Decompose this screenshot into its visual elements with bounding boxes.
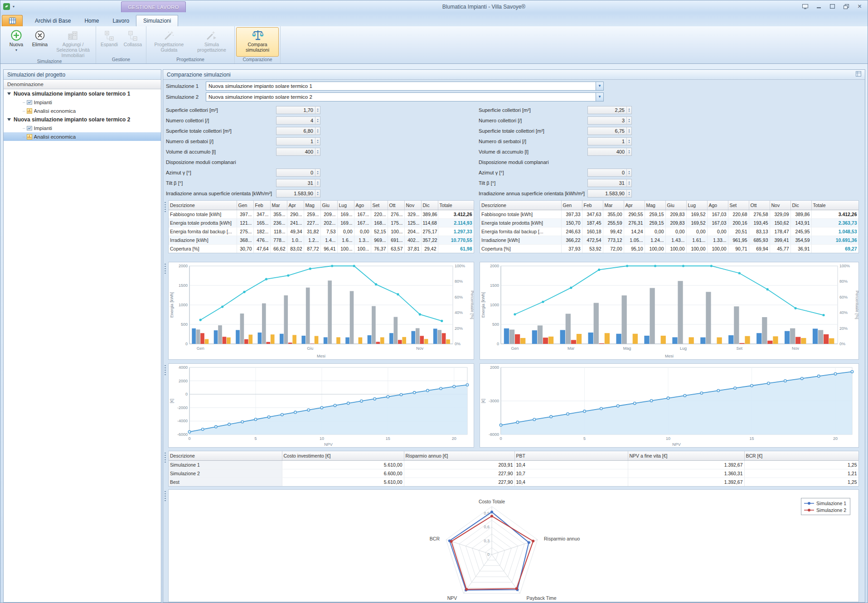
compara-simulazioni-button[interactable]: Compara simulazioni: [236, 27, 279, 57]
spinner-icons[interactable]: ▲▼: [315, 148, 320, 155]
spinner-icons[interactable]: ▲▼: [315, 169, 320, 176]
column-header-nov[interactable]: Nov: [770, 201, 790, 210]
screen-mode-icon[interactable]: [799, 2, 811, 10]
tree-item-analisi-economica[interactable]: ‒Analisi economica: [4, 106, 161, 115]
column-header-risparmio-annuo[interactable]: Risparmio annuo [€]: [404, 451, 514, 460]
splitter-grip[interactable]: [165, 453, 166, 463]
table-row[interactable]: Best5.610,00227,9010,41.392,671,25: [169, 478, 858, 486]
column-header-gen[interactable]: Gen: [561, 201, 582, 210]
column-header-apr[interactable]: Apr: [287, 201, 304, 210]
nuova-button[interactable]: Nuova▼: [5, 27, 28, 58]
column-header-totale[interactable]: Totale: [438, 201, 474, 210]
column-header-feb[interactable]: Feb: [253, 201, 270, 210]
param-field-sim2-numero-collettori[interactable]: 3▲▼: [587, 116, 632, 125]
param-field-sim1-irradiazione-annua-superficie-orientata-kwh-m[interactable]: 1.583,90▲▼: [276, 189, 320, 198]
column-header-ott[interactable]: Ott: [388, 201, 404, 210]
spinner-icons[interactable]: ▲▼: [315, 127, 320, 135]
spinner-icons[interactable]: ▲▼: [626, 106, 631, 114]
table-row[interactable]: Copertura [%]37,9353,9272,0095,10100,001…: [480, 244, 858, 253]
column-header-lug[interactable]: Lug: [686, 201, 707, 210]
maximize-button[interactable]: [826, 2, 839, 10]
column-header-set[interactable]: Set: [371, 201, 388, 210]
application-menu-button[interactable]: [2, 15, 23, 26]
column-header-ago[interactable]: Ago: [707, 201, 728, 210]
param-field-sim2-numero-di-serbatoi[interactable]: 1▲▼: [587, 137, 632, 145]
expander-icon[interactable]: [7, 118, 11, 121]
table-row[interactable]: Fabbisogno totale [kWh]397...347...355..…: [169, 210, 474, 218]
param-field-sim1-volume-di-accumulo-l[interactable]: 400▲▼: [276, 148, 320, 156]
table-row[interactable]: Fabbisogno totale [kWh]397,33347,63355,0…: [480, 210, 858, 218]
param-field-sim1-numero-di-serbatoi[interactable]: 1▲▼: [276, 137, 320, 145]
column-header-descrizione[interactable]: Descrizione: [169, 451, 282, 460]
expander-icon[interactable]: [7, 92, 11, 95]
splitter-grip[interactable]: [165, 264, 166, 275]
tree-node-nuova-simulazione-impianto-solare-termico-2[interactable]: Nuova simulazione impianto solare termic…: [4, 115, 161, 124]
panel-options-icon[interactable]: [856, 71, 861, 78]
column-header-ago[interactable]: Ago: [354, 201, 371, 210]
chevron-down-icon[interactable]: ▼: [596, 82, 603, 90]
column-header-gen[interactable]: Gen: [237, 201, 253, 210]
column-header-nov[interactable]: Nov: [404, 201, 421, 210]
column-header-mag[interactable]: Mag: [304, 201, 320, 210]
elimina-button[interactable]: Elimina: [28, 27, 52, 58]
table-row[interactable]: Energia totale prodotta [kWh]150,70187,4…: [480, 218, 858, 227]
splitter-grip[interactable]: [165, 491, 166, 502]
column-header-apr[interactable]: Apr: [624, 201, 645, 210]
tab-simulazioni[interactable]: Simulazioni: [136, 15, 178, 26]
table-row[interactable]: Simulazione 15.610,00203,9110,41.392,671…: [169, 460, 858, 469]
param-field-sim1-azimut[interactable]: 0▲▼: [276, 169, 320, 177]
tab-home[interactable]: Home: [78, 15, 106, 26]
param-field-sim2-tilt[interactable]: 31▲▼: [587, 179, 632, 187]
table-row[interactable]: Energia totale prodotta [kWh]121...165..…: [169, 218, 474, 227]
tree-item-analisi-economica[interactable]: ‒Analisi economica: [4, 132, 161, 141]
param-field-sim2-irradiazione-annua-superficie-orientata-kwh-m[interactable]: 1.583,90▲▼: [587, 189, 632, 198]
restore-button[interactable]: [840, 2, 852, 10]
spinner-icons[interactable]: ▲▼: [626, 190, 631, 197]
table-row[interactable]: Copertura [%]30,7047,6466,6283,0287,7296…: [169, 244, 474, 253]
splitter-grip[interactable]: [165, 202, 166, 213]
column-header-mar[interactable]: Mar: [270, 201, 287, 210]
spinner-icons[interactable]: ▲▼: [626, 127, 631, 135]
param-field-sim1-tilt[interactable]: 31▲▼: [276, 179, 320, 187]
tab-archivi-di-base[interactable]: Archivi di Base: [28, 15, 78, 26]
table-row[interactable]: Irradiazione [kWh]368...476...778...1.0.…: [169, 236, 474, 244]
table-row[interactable]: Energia fornita dal backup [...275...182…: [169, 227, 474, 236]
column-header-giu[interactable]: Giu: [665, 201, 686, 210]
spinner-icons[interactable]: ▲▼: [626, 169, 631, 176]
column-header-dic[interactable]: Dic: [421, 201, 438, 210]
param-field-sim2-superficie-totale-collettori-m[interactable]: 6,75▲▼: [587, 127, 632, 135]
quick-access-dropdown-icon[interactable]: ▾: [13, 5, 15, 9]
simulation-1-combobox[interactable]: Nuova simulazione impianto solare termic…: [206, 82, 604, 91]
table-row[interactable]: Irradiazione [kWh]366,22472,54773,121.05…: [480, 236, 858, 244]
spinner-icons[interactable]: ▲▼: [315, 117, 320, 124]
column-header-denominazione[interactable]: Denominazione: [4, 80, 161, 89]
param-field-sim2-azimut[interactable]: 0▲▼: [587, 169, 632, 177]
column-header-bcr[interactable]: BCR [€]: [744, 451, 858, 460]
spinner-icons[interactable]: ▲▼: [626, 148, 631, 155]
column-header-giu[interactable]: Giu: [320, 201, 337, 210]
column-header-mar[interactable]: Mar: [603, 201, 624, 210]
column-header-costo-investimento[interactable]: Costo investimento [€]: [282, 451, 404, 460]
column-header-feb[interactable]: Feb: [582, 201, 603, 210]
close-button[interactable]: ✕: [853, 2, 866, 10]
param-field-sim1-superficie-collettori-m[interactable]: 1,70▲▼: [276, 106, 320, 114]
column-header-dic[interactable]: Dic: [790, 201, 811, 210]
tree-node-nuova-simulazione-impianto-solare-termico-1[interactable]: Nuova simulazione impianto solare termic…: [4, 89, 161, 98]
column-header-mag[interactable]: Mag: [645, 201, 665, 210]
column-header-ott[interactable]: Ott: [749, 201, 770, 210]
tree-item-impianti[interactable]: ‒Impianti: [4, 98, 161, 106]
spinner-icons[interactable]: ▲▼: [315, 179, 320, 187]
simulation-2-combobox[interactable]: Nuova simulazione impianto solare termic…: [206, 92, 604, 101]
column-header-descrizione[interactable]: Descrizione: [480, 201, 561, 210]
column-header-descrizione[interactable]: Descrizione: [169, 201, 237, 210]
column-header-pbt[interactable]: PBT: [514, 451, 628, 460]
tree-item-impianti[interactable]: ‒Impianti: [4, 124, 161, 132]
spinner-icons[interactable]: ▲▼: [315, 138, 320, 145]
chevron-down-icon[interactable]: ▼: [596, 93, 603, 101]
spinner-icons[interactable]: ▲▼: [315, 106, 320, 114]
spinner-icons[interactable]: ▲▼: [315, 190, 320, 197]
param-field-sim1-numero-collettori[interactable]: 4▲▼: [276, 116, 320, 125]
param-field-sim2-superficie-collettori-m[interactable]: 2,25▲▼: [587, 106, 632, 114]
param-field-sim1-superficie-totale-collettori-m[interactable]: 6,80▲▼: [276, 127, 320, 135]
column-header-lug[interactable]: Lug: [337, 201, 354, 210]
